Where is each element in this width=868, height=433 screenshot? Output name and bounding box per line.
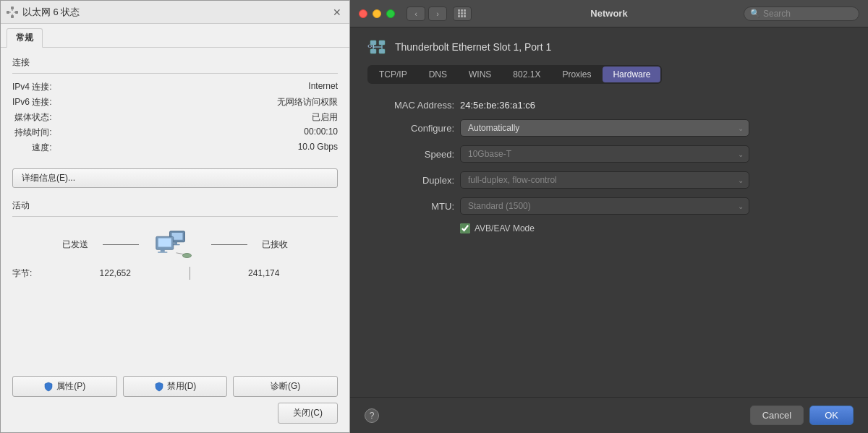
duplex-dropdown: full-duplex, flow-control bbox=[460, 171, 749, 189]
diagnose-button[interactable]: 诊断(G) bbox=[233, 376, 338, 397]
hardware-settings: MAC Address: 24:5e:be:36:a1:c6 Configure… bbox=[367, 94, 851, 239]
activity-divider bbox=[12, 216, 338, 217]
svg-rect-21 bbox=[458, 12, 460, 14]
svg-rect-13 bbox=[158, 239, 171, 247]
window-title: Network bbox=[590, 8, 627, 19]
properties-button[interactable]: 属性(P) bbox=[12, 376, 117, 397]
disable-button[interactable]: 禁用(D) bbox=[123, 376, 228, 397]
traffic-lights bbox=[359, 9, 395, 18]
sent-bytes: 122,652 bbox=[41, 268, 190, 278]
action-buttons: Cancel OK bbox=[750, 406, 854, 425]
search-input[interactable] bbox=[763, 9, 850, 19]
mac-titlebar: ‹ › Network 🔍 bbox=[350, 0, 868, 27]
help-button[interactable]: ? bbox=[365, 408, 379, 423]
tab-dns[interactable]: DNS bbox=[419, 67, 457, 82]
dialog-content: 连接 IPv4 连接: Internet IPv6 连接: 无网络访问权限 媒体… bbox=[1, 48, 349, 370]
speed-dropdown: 10Gbase-T bbox=[460, 145, 749, 163]
avb-label: AVB/EAV Mode bbox=[475, 223, 535, 233]
configure-dropdown-wrapper: Automatically ⌄ bbox=[460, 119, 749, 137]
duration-value: 00:00:10 bbox=[58, 127, 338, 139]
svg-text:‹›‹: ‹›‹ bbox=[367, 42, 375, 50]
speed-value: 10.0 Gbps bbox=[58, 142, 338, 154]
mtu-row: MTU: Standard (1500) ⌄ bbox=[367, 197, 851, 215]
dialog-close-button[interactable]: ✕ bbox=[331, 6, 344, 19]
speed-dropdown-wrapper: 10Gbase-T ⌄ bbox=[460, 145, 749, 163]
maximize-traffic-light[interactable] bbox=[386, 9, 395, 18]
svg-rect-1 bbox=[7, 11, 9, 14]
connection-header: ‹›‹ Thunderbolt Ethernet Slot 1, Port 1 bbox=[367, 39, 851, 55]
svg-rect-24 bbox=[458, 15, 460, 17]
mtu-dropdown-wrapper: Standard (1500) ⌄ bbox=[460, 197, 749, 215]
mac-address-row: MAC Address: 24:5e:be:36:a1:c6 bbox=[367, 100, 851, 111]
properties-btn-label: 属性(P) bbox=[56, 380, 85, 393]
svg-rect-22 bbox=[461, 12, 463, 14]
media-label: 媒体状态: bbox=[12, 111, 52, 124]
back-button[interactable]: ‹ bbox=[407, 7, 425, 21]
grid-button[interactable] bbox=[453, 7, 472, 21]
tab-8021x[interactable]: 802.1X bbox=[503, 67, 550, 82]
tab-tcpip[interactable]: TCP/IP bbox=[369, 67, 417, 82]
tab-hardware[interactable]: Hardware bbox=[603, 67, 660, 82]
tab-proxies[interactable]: Proxies bbox=[552, 67, 601, 82]
search-box: 🔍 bbox=[744, 7, 859, 21]
received-bytes: 241,174 bbox=[190, 268, 339, 278]
tab-wins[interactable]: WINS bbox=[459, 67, 501, 82]
sent-label: 已发送 bbox=[62, 239, 88, 251]
tab-general[interactable]: 常规 bbox=[7, 28, 43, 48]
activity-title: 活动 bbox=[12, 200, 338, 212]
mac-footer: ? Cancel OK bbox=[350, 397, 868, 433]
received-line bbox=[211, 244, 247, 245]
configure-label: Configure: bbox=[367, 123, 454, 134]
ipv6-value: 无网络访问权限 bbox=[58, 96, 338, 108]
diagnose-btn-label: 诊断(G) bbox=[271, 380, 300, 393]
svg-rect-26 bbox=[464, 15, 466, 17]
section-connection-title: 连接 bbox=[12, 56, 338, 69]
svg-rect-19 bbox=[461, 9, 463, 12]
help-icon: ? bbox=[370, 411, 375, 421]
bytes-section: 字节: 122,652 241,174 bbox=[12, 267, 338, 280]
ipv6-label: IPv6 连接: bbox=[12, 96, 52, 108]
configure-row: Configure: Automatically ⌄ bbox=[367, 119, 851, 137]
ok-button[interactable]: OK bbox=[809, 406, 854, 425]
svg-rect-28 bbox=[379, 40, 385, 45]
forward-button[interactable]: › bbox=[428, 7, 447, 21]
avb-row: AVB/EAV Mode bbox=[460, 223, 851, 233]
mac-address-value: 24:5e:be:36:a1:c6 bbox=[460, 100, 535, 111]
bytes-values: 122,652 241,174 bbox=[41, 267, 338, 280]
mac-address-label: MAC Address: bbox=[367, 100, 454, 111]
svg-rect-15 bbox=[158, 252, 168, 253]
network-content: ‹›‹ Thunderbolt Ethernet Slot 1, Port 1 … bbox=[350, 27, 868, 397]
svg-rect-23 bbox=[464, 12, 466, 14]
speed-label: 速度: bbox=[12, 142, 52, 154]
ipv4-value: Internet bbox=[58, 81, 338, 93]
configure-dropdown[interactable]: Automatically bbox=[460, 119, 749, 137]
connection-info-grid: IPv4 连接: Internet IPv6 连接: 无网络访问权限 媒体状态:… bbox=[12, 81, 338, 154]
mtu-dropdown: Standard (1500) bbox=[460, 197, 749, 215]
speed-row: Speed: 10Gbase-T ⌄ bbox=[367, 145, 851, 163]
close-traffic-light[interactable] bbox=[359, 9, 367, 18]
avb-checkbox[interactable] bbox=[460, 223, 470, 233]
sent-line bbox=[103, 244, 139, 245]
activity-visual: 已发送 bbox=[12, 228, 338, 261]
network-title-icon bbox=[7, 7, 18, 18]
dialog-footer: 属性(P) 禁用(D) 诊断(G) 关闭(C) bbox=[1, 370, 349, 432]
thunderbolt-ethernet-icon: ‹›‹ bbox=[367, 39, 388, 55]
disable-btn-label: 禁用(D) bbox=[167, 380, 197, 393]
svg-rect-0 bbox=[11, 7, 14, 9]
activity-section: 活动 已发送 bbox=[12, 200, 338, 280]
duration-label: 持续时间: bbox=[12, 127, 52, 139]
dialog-title-text: 以太网 6 状态 bbox=[22, 6, 80, 19]
speed-hw-label: Speed: bbox=[367, 149, 454, 160]
minimize-traffic-light[interactable] bbox=[373, 9, 381, 18]
cancel-button[interactable]: Cancel bbox=[750, 406, 804, 425]
svg-rect-18 bbox=[458, 9, 460, 12]
disable-shield-icon bbox=[154, 382, 164, 392]
svg-point-17 bbox=[183, 254, 192, 258]
ethernet-status-dialog: 以太网 6 状态 ✕ 常规 连接 IPv4 连接: Internet IPv6 … bbox=[0, 0, 350, 433]
details-button[interactable]: 详细信息(E)... bbox=[12, 168, 338, 188]
dialog-title-area: 以太网 6 状态 bbox=[7, 6, 80, 19]
close-footer-button[interactable]: 关闭(C) bbox=[278, 403, 338, 424]
search-icon: 🔍 bbox=[750, 9, 760, 18]
close-footer-label: 关闭(C) bbox=[293, 408, 323, 418]
connection-title: Thunderbolt Ethernet Slot 1, Port 1 bbox=[395, 41, 551, 53]
